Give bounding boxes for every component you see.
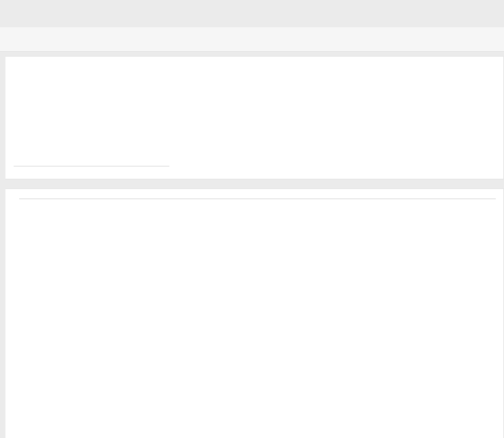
sensor-status-banner [0, 0, 504, 27]
channels-table [19, 199, 496, 199]
channels-table-panel [5, 188, 504, 438]
gauges-grid [176, 62, 495, 172]
overview-gauges-panel [5, 56, 504, 179]
health-gauge-tile [14, 62, 169, 166]
tab-bar [0, 27, 504, 52]
